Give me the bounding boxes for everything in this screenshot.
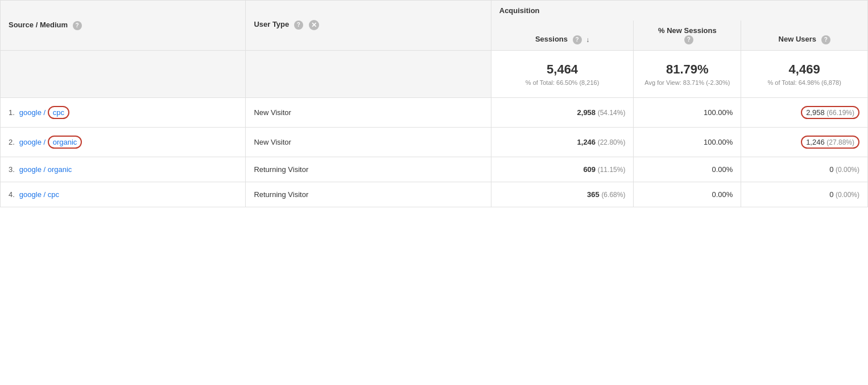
- sessions-value: 609: [583, 165, 597, 174]
- totals-row: 5,464 % of Total: 66.50% (8,216) 81.79% …: [1, 50, 868, 97]
- source-medium-help-icon[interactable]: ?: [73, 21, 82, 30]
- source-medium-label: Source / Medium: [9, 21, 68, 29]
- source-medium-cell: 3.google / organic: [1, 157, 246, 182]
- new-sessions-cell: 100.00%: [634, 127, 741, 157]
- new-users-highlighted: 1,246 (27.88%): [801, 136, 859, 149]
- new-users-cell: 0 (0.00%): [741, 182, 868, 207]
- user-type-help-icon[interactable]: ?: [294, 21, 303, 30]
- source-highlighted[interactable]: organic: [48, 136, 82, 149]
- totals-sessions-cell: 5,464 % of Total: 66.50% (8,216): [491, 50, 634, 97]
- source-medium-header: Source / Medium ?: [1, 1, 246, 51]
- sessions-value: 2,958: [577, 108, 598, 117]
- new-users-pct: (0.00%): [836, 191, 859, 199]
- user-type-close-icon[interactable]: ✕: [309, 20, 319, 30]
- acquisition-label: Acquisition: [499, 6, 540, 15]
- new-users-pct: (27.88%): [826, 138, 854, 146]
- user-type-cell: New Visitor: [246, 127, 491, 157]
- table-row: 4.google / cpcReturning Visitor365 (6.68…: [1, 182, 868, 207]
- new-users-label: New Users: [779, 35, 816, 43]
- source-link[interactable]: google / cpc: [19, 190, 59, 199]
- new-sessions-help-icon[interactable]: ?: [684, 35, 693, 44]
- sessions-help-icon[interactable]: ?: [573, 35, 582, 44]
- totals-new-sessions-sub: Avg for View: 83.71% (-2.30%): [642, 79, 733, 86]
- user-type-cell: Returning Visitor: [246, 182, 491, 207]
- new-users-pct: (0.00%): [836, 166, 859, 174]
- new-users-value: 2,958: [806, 108, 825, 117]
- user-type-cell: Returning Visitor: [246, 157, 491, 182]
- row-number: 2.: [9, 138, 15, 146]
- sessions-percent: (11.15%): [598, 166, 626, 174]
- row-number: 3.: [9, 165, 15, 174]
- totals-new-users-sub: % of Total: 64.98% (6,878): [749, 79, 859, 86]
- new-users-value: 0: [829, 190, 836, 199]
- table-row: 2.google / organicNew Visitor1,246 (22.8…: [1, 127, 868, 157]
- source-medium-cell: 1.google / cpc: [1, 97, 246, 127]
- totals-sessions-value: 5,464: [499, 62, 626, 77]
- new-users-value: 1,246: [806, 138, 825, 146]
- totals-new-users-value: 4,469: [749, 62, 859, 77]
- sessions-header: Sessions ? ↓: [491, 21, 634, 50]
- sessions-percent: (22.80%): [598, 138, 626, 146]
- source-prefix: google /: [19, 108, 48, 117]
- row-number: 4.: [9, 190, 15, 199]
- new-users-cell: 2,958 (66.19%): [741, 97, 868, 127]
- new-sessions-cell: 100.00%: [634, 97, 741, 127]
- totals-new-users-cell: 4,469 % of Total: 64.98% (6,878): [741, 50, 868, 97]
- acquisition-header: Acquisition: [491, 1, 867, 21]
- sessions-value: 1,246: [577, 138, 598, 146]
- user-type-cell: New Visitor: [246, 97, 491, 127]
- new-sessions-cell: 0.00%: [634, 182, 741, 207]
- totals-usertype-empty: [246, 50, 491, 97]
- source-link[interactable]: google / organic: [19, 165, 72, 174]
- totals-new-sessions-value: 81.79%: [642, 62, 733, 77]
- new-users-header: New Users ?: [741, 21, 868, 50]
- new-users-value: 0: [829, 165, 836, 174]
- sessions-cell: 365 (6.68%): [491, 182, 634, 207]
- sessions-label: Sessions: [535, 35, 568, 43]
- new-users-cell: 1,246 (27.88%): [741, 127, 868, 157]
- source-medium-cell: 2.google / organic: [1, 127, 246, 157]
- row-number: 1.: [9, 108, 15, 117]
- sessions-value: 365: [587, 190, 601, 199]
- table-row: 1.google / cpcNew Visitor2,958 (54.14%)1…: [1, 97, 868, 127]
- new-sessions-header: % New Sessions ?: [634, 21, 741, 50]
- sessions-cell: 2,958 (54.14%): [491, 97, 634, 127]
- totals-source-empty: [1, 50, 246, 97]
- user-type-label: User Type: [254, 21, 289, 29]
- analytics-table: Source / Medium ? User Type ? ✕ Acquisit…: [0, 0, 868, 207]
- new-users-cell: 0 (0.00%): [741, 157, 868, 182]
- new-sessions-label: % New Sessions: [658, 26, 717, 35]
- source-prefix: google /: [19, 138, 48, 146]
- source-highlighted[interactable]: cpc: [48, 106, 69, 119]
- sessions-cell: 609 (11.15%): [491, 157, 634, 182]
- sessions-cell: 1,246 (22.80%): [491, 127, 634, 157]
- new-users-help-icon[interactable]: ?: [821, 35, 830, 44]
- new-sessions-cell: 0.00%: [634, 157, 741, 182]
- table-row: 3.google / organicReturning Visitor609 (…: [1, 157, 868, 182]
- new-users-highlighted: 2,958 (66.19%): [801, 106, 859, 119]
- sessions-sort-arrow[interactable]: ↓: [586, 36, 589, 44]
- sessions-percent: (54.14%): [598, 109, 626, 117]
- user-type-header: User Type ? ✕: [246, 1, 491, 51]
- sessions-percent: (6.68%): [601, 191, 625, 199]
- new-users-pct: (66.19%): [826, 109, 854, 117]
- source-medium-cell: 4.google / cpc: [1, 182, 246, 207]
- totals-sessions-sub: % of Total: 66.50% (8,216): [499, 79, 626, 86]
- totals-new-sessions-cell: 81.79% Avg for View: 83.71% (-2.30%): [634, 50, 741, 97]
